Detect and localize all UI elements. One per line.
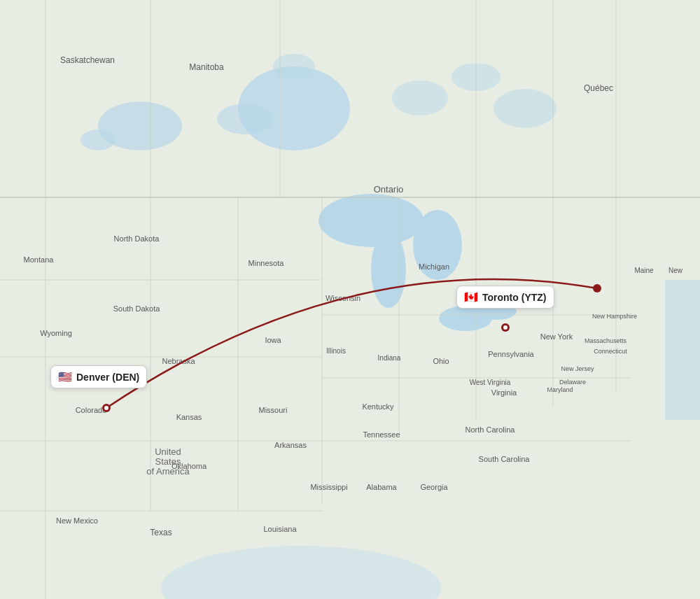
svg-point-12 bbox=[273, 54, 315, 79]
svg-text:North Carolina: North Carolina bbox=[465, 425, 516, 434]
svg-text:Pennsylvania: Pennsylvania bbox=[488, 350, 534, 358]
svg-point-13 bbox=[392, 80, 448, 115]
svg-text:Maryland: Maryland bbox=[547, 386, 573, 393]
svg-text:Oklahoma: Oklahoma bbox=[172, 462, 207, 470]
svg-point-15 bbox=[493, 89, 556, 128]
svg-text:Michigan: Michigan bbox=[419, 262, 449, 271]
svg-text:New York: New York bbox=[540, 332, 573, 341]
svg-text:Connecticut: Connecticut bbox=[594, 348, 627, 355]
svg-text:Georgia: Georgia bbox=[420, 483, 448, 491]
svg-text:Delaware: Delaware bbox=[559, 379, 586, 386]
svg-text:United: United bbox=[155, 446, 181, 457]
svg-point-2 bbox=[318, 194, 424, 247]
svg-text:Indiana: Indiana bbox=[378, 354, 401, 362]
svg-text:Colorado: Colorado bbox=[76, 406, 107, 414]
svg-text:Maine: Maine bbox=[634, 267, 654, 274]
svg-text:South Dakota: South Dakota bbox=[113, 304, 161, 313]
svg-text:Mississippi: Mississippi bbox=[310, 483, 347, 491]
svg-text:Louisiana: Louisiana bbox=[263, 525, 297, 533]
svg-point-89 bbox=[503, 325, 507, 330]
svg-text:Texas: Texas bbox=[150, 528, 172, 537]
svg-point-87 bbox=[104, 406, 108, 410]
svg-text:New Hampshire: New Hampshire bbox=[592, 313, 637, 320]
svg-text:Québec: Québec bbox=[584, 83, 613, 93]
svg-text:New Mexico: New Mexico bbox=[56, 516, 98, 525]
svg-point-3 bbox=[371, 231, 406, 308]
svg-text:North Dakota: North Dakota bbox=[114, 234, 160, 243]
svg-text:Tennessee: Tennessee bbox=[363, 430, 400, 439]
svg-text:Iowa: Iowa bbox=[265, 336, 281, 344]
svg-text:Ohio: Ohio bbox=[433, 357, 449, 365]
svg-text:New: New bbox=[668, 267, 683, 274]
svg-text:Kansas: Kansas bbox=[176, 413, 202, 421]
svg-rect-7 bbox=[665, 280, 700, 420]
map-svg: Saskatchewan Manitoba Québec Ontario Mon… bbox=[0, 0, 700, 599]
svg-text:South Carolina: South Carolina bbox=[479, 455, 531, 463]
svg-point-10 bbox=[80, 129, 115, 150]
svg-text:Kentucky: Kentucky bbox=[362, 402, 394, 411]
svg-point-11 bbox=[217, 104, 273, 134]
svg-text:Alabama: Alabama bbox=[366, 483, 397, 491]
svg-text:Ontario: Ontario bbox=[374, 184, 404, 195]
svg-text:Missouri: Missouri bbox=[259, 406, 288, 414]
svg-text:Illinois: Illinois bbox=[326, 347, 346, 355]
svg-text:Saskatchewan: Saskatchewan bbox=[60, 55, 115, 65]
svg-text:West Virginia: West Virginia bbox=[470, 379, 511, 386]
svg-text:Montana: Montana bbox=[24, 255, 55, 264]
svg-text:Arkansas: Arkansas bbox=[274, 441, 307, 449]
svg-text:Virginia: Virginia bbox=[491, 388, 517, 397]
svg-point-90 bbox=[593, 284, 601, 293]
map-container: Saskatchewan Manitoba Québec Ontario Mon… bbox=[0, 0, 700, 599]
svg-text:Minnesota: Minnesota bbox=[248, 259, 285, 267]
svg-text:Manitoba: Manitoba bbox=[189, 62, 224, 72]
svg-text:Wyoming: Wyoming bbox=[40, 329, 72, 337]
svg-point-6 bbox=[477, 303, 517, 320]
svg-text:New Jersey: New Jersey bbox=[561, 365, 594, 372]
svg-text:Massachusetts: Massachusetts bbox=[584, 337, 627, 344]
